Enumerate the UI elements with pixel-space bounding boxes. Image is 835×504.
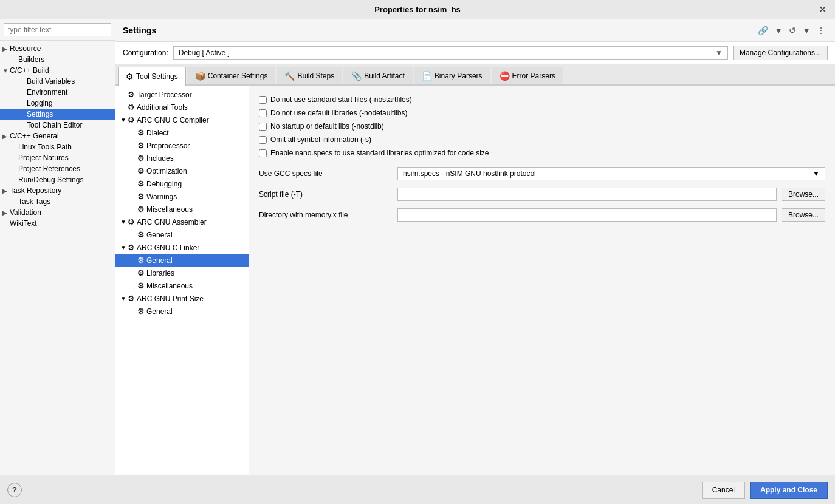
sidebar-item-resource[interactable]: ▶Resource (0, 43, 115, 54)
apply-close-button[interactable]: Apply and Close (750, 482, 828, 499)
tree-item-label: Linux Tools Path (18, 143, 72, 151)
bottom-actions: Cancel Apply and Close (702, 482, 828, 499)
tool-tree-label-arc-gnu-assembler: ARC GNU Assembler (137, 218, 207, 226)
help-button[interactable]: ? (7, 483, 22, 497)
config-value: Debug [ Active ] (179, 49, 715, 57)
sidebar-item-run-debug-settings[interactable]: Run/Debug Settings (0, 174, 115, 185)
gcc-specs-select[interactable]: nsim.specs - nSIM GNU hostlink protocol … (397, 167, 825, 180)
tool-tree-label-print-general: General (146, 307, 173, 316)
sidebar-item-cpp-general[interactable]: ▶C/C++ General (0, 131, 115, 141)
tool-gear-icon-preprocessor: ⚙ (137, 141, 145, 150)
tab-label-binary-parsers: Binary Parsers (435, 72, 483, 80)
sidebar-item-build-variables[interactable]: Build Variables (0, 76, 115, 87)
tab-build-steps[interactable]: 🔨Build Steps (277, 67, 342, 84)
tool-tree-item-optimization[interactable]: ⚙Optimization (115, 165, 249, 177)
menu-toolbar-btn[interactable]: ⋮ (814, 24, 828, 36)
t-tree-arrow: ▼ (120, 117, 128, 123)
tool-tree-label-dialect: Dialect (146, 129, 169, 137)
sidebar-item-builders[interactable]: Builders (0, 54, 115, 65)
checkbox-row-nostdlib: No startup or default libs (-nostdlib) (259, 122, 825, 131)
tool-tree-label-warnings: Warnings (146, 192, 177, 201)
tool-tree-item-arc-gnu-print-size[interactable]: ▼⚙ARC GNU Print Size (115, 292, 249, 305)
refresh-toolbar-btn[interactable]: ↺ (786, 24, 799, 36)
tool-tree-item-preprocessor[interactable]: ⚙Preprocessor (115, 139, 249, 152)
tool-tree-item-arc-gnu-c-linker[interactable]: ▼⚙ARC GNU C Linker (115, 241, 249, 254)
settings-panel: Do not use standard start files (-nostar… (249, 86, 835, 475)
tool-tree-item-target-processor[interactable]: ⚙Target Processor (115, 88, 249, 101)
right-panel: Settings 🔗 ▼ ↺ ▼ ⋮ Configuration: Debug … (115, 19, 835, 475)
tool-tree: ⚙Target Processor⚙Additional Tools▼⚙ARC … (115, 86, 249, 475)
config-dropdown[interactable]: Debug [ Active ] ▼ (173, 46, 728, 60)
sidebar-item-cpp-build[interactable]: ▼C/C++ Build (0, 65, 115, 76)
link-toolbar-btn[interactable]: 🔗 (755, 24, 771, 36)
tab-binary-parsers[interactable]: 📄Binary Parsers (414, 67, 490, 84)
sidebar-item-logging[interactable]: Logging (0, 98, 115, 109)
tool-gear-icon-target-processor: ⚙ (128, 90, 135, 99)
directory-memory-browse-btn[interactable]: Browse... (782, 208, 825, 222)
sidebar-item-validation[interactable]: ▶Validation (0, 207, 115, 218)
tool-gear-icon-additional-tools: ⚙ (128, 103, 135, 112)
script-file-input[interactable] (397, 188, 777, 201)
sidebar-item-task-tags[interactable]: Task Tags (0, 196, 115, 207)
tool-tree-item-miscellaneous-linker[interactable]: ⚙Miscellaneous (115, 279, 249, 292)
tool-tree-item-debugging[interactable]: ⚙Debugging (115, 177, 249, 190)
tree-item-label: Project References (18, 165, 80, 173)
tool-tree-item-arc-gnu-assembler[interactable]: ▼⚙ARC GNU Assembler (115, 216, 249, 228)
tool-tree-item-miscellaneous-compiler[interactable]: ⚙Miscellaneous (115, 203, 249, 216)
tool-tree-item-print-general[interactable]: ⚙General (115, 305, 249, 318)
checkbox-row-omit-symbol-info: Omit all symbol information (-s) (259, 135, 825, 144)
sidebar-item-project-references[interactable]: Project References (0, 163, 115, 174)
tab-error-parsers[interactable]: ⛔Error Parsers (492, 67, 563, 84)
directory-memory-input[interactable] (397, 208, 777, 222)
tool-tree-label-debugging: Debugging (146, 180, 182, 188)
cancel-button[interactable]: Cancel (702, 482, 745, 499)
checkbox-no-startfiles[interactable] (259, 96, 267, 104)
script-file-browse-btn[interactable]: Browse... (782, 188, 825, 201)
checkbox-omit-symbol-info[interactable] (259, 136, 267, 144)
tool-gear-icon-arc-gnu-print-size: ⚙ (128, 294, 135, 303)
tab-build-artifact[interactable]: 📎Build Artifact (343, 67, 413, 84)
t-tree-arrow: ▼ (120, 295, 128, 302)
tree-item-label: Logging (27, 99, 53, 107)
filter-input[interactable] (4, 23, 111, 36)
tabs-bar: ⚙Tool Settings📦Container Settings🔨Build … (115, 64, 835, 86)
manage-configurations-btn[interactable]: Manage Configurations... (733, 46, 828, 60)
tab-container-settings[interactable]: 📦Container Settings (187, 67, 276, 84)
sidebar-item-project-natures[interactable]: Project Natures (0, 152, 115, 163)
sidebar-item-settings[interactable]: Settings (0, 109, 115, 120)
tool-tree-item-libraries[interactable]: ⚙Libraries (115, 267, 249, 279)
checkbox-label-nostdlib[interactable]: No startup or default libs (-nostdlib) (270, 122, 384, 131)
checkbox-label-nano-specs[interactable]: Enable nano.specs to use standard librar… (270, 149, 489, 157)
sidebar-item-environment[interactable]: Environment (0, 87, 115, 98)
tool-gear-icon-libraries: ⚙ (137, 268, 145, 278)
sidebar-item-wikitext[interactable]: WikiText (0, 218, 115, 229)
checkbox-label-no-startfiles[interactable]: Do not use standard start files (-nostar… (270, 95, 412, 104)
checkbox-nostdlib[interactable] (259, 123, 267, 131)
gcc-specs-dropdown-arrow: ▼ (813, 169, 820, 178)
sidebar-item-task-repository[interactable]: ▶Task Repository (0, 185, 115, 196)
tool-tree-item-warnings[interactable]: ⚙Warnings (115, 190, 249, 203)
tab-tool-settings[interactable]: ⚙Tool Settings (118, 67, 186, 86)
use-gcc-specs-label: Use GCC specs file (259, 169, 393, 178)
tree-arrow: ▼ (2, 67, 10, 74)
tool-gear-icon-includes: ⚙ (137, 154, 145, 163)
tool-tree-item-additional-tools[interactable]: ⚙Additional Tools (115, 101, 249, 114)
directory-memory-row: Directory with memory.x file Browse... (259, 208, 825, 222)
sidebar-item-linux-tools-path[interactable]: Linux Tools Path (0, 141, 115, 152)
dropdown1-toolbar-btn[interactable]: ▼ (772, 24, 785, 36)
close-button[interactable]: ✕ (815, 2, 830, 16)
tool-tree-item-arc-gnu-c-compiler[interactable]: ▼⚙ARC GNU C Compiler (115, 114, 249, 126)
tool-gear-icon-dialect: ⚙ (137, 128, 145, 137)
tool-tree-item-includes[interactable]: ⚙Includes (115, 152, 249, 165)
checkbox-row-no-defaultlibs: Do not use default libraries (-nodefault… (259, 109, 825, 117)
sidebar-item-tool-chain-editor[interactable]: Tool Chain Editor (0, 120, 115, 131)
dropdown2-toolbar-btn[interactable]: ▼ (800, 24, 813, 36)
checkbox-label-omit-symbol-info[interactable]: Omit all symbol information (-s) (270, 135, 371, 144)
tool-tree-item-dialect[interactable]: ⚙Dialect (115, 126, 249, 139)
tool-tree-item-assembler-general[interactable]: ⚙General (115, 228, 249, 241)
checkbox-label-no-defaultlibs[interactable]: Do not use default libraries (-nodefault… (270, 109, 407, 117)
tool-tree-item-linker-general[interactable]: ⚙General (115, 254, 249, 267)
checkbox-no-defaultlibs[interactable] (259, 109, 267, 117)
checkbox-nano-specs[interactable] (259, 149, 267, 157)
tool-tree-label-libraries: Libraries (146, 269, 174, 278)
